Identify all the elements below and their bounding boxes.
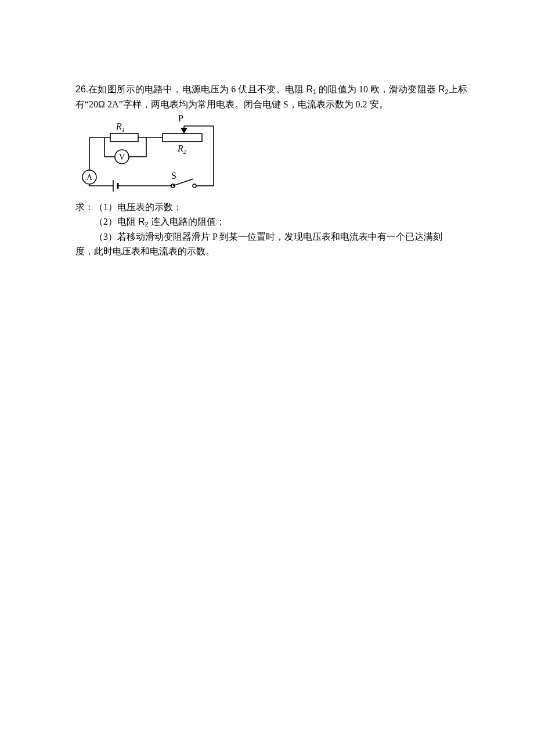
question-2: （2）电阻 R2 连入电路的阻值；: [94, 215, 467, 230]
svg-rect-14: [163, 134, 202, 142]
intro-2: 的阻值为 10 欧，滑动变阻器: [316, 84, 438, 94]
diagram-A: A: [86, 173, 93, 182]
svg-marker-16: [181, 128, 187, 134]
diagram-V: V: [119, 153, 125, 161]
problem-text: 26.在如图所示的电路中，电源电压为 6 伏且不变。电阻 R1 的阻值为 10 …: [75, 82, 467, 112]
q2-before: （2）电阻: [94, 217, 138, 226]
circuit-svg: R1 R2 P S V A: [81, 113, 223, 196]
problem-number: 26.: [75, 84, 88, 94]
q2-R2: R2: [138, 217, 149, 226]
question-1-row: 求： （1）电压表的示数；: [75, 200, 467, 215]
prompt-label: 求：: [75, 200, 94, 215]
question-3-row: 求： （3）若移动滑动变阻器滑片 P 到某一位置时，发现电压表和电流表中有一个已…: [75, 230, 467, 244]
label-R2: R2: [438, 84, 449, 94]
question-2-row: 求： （2）电阻 R2 连入电路的阻值；: [75, 215, 467, 230]
page: 26.在如图所示的电路中，电源电压为 6 伏且不变。电阻 R1 的阻值为 10 …: [0, 0, 534, 756]
label-R1: R1: [306, 84, 316, 94]
intro-1: 在如图所示的电路中，电源电压为 6 伏且不变。电阻: [88, 84, 306, 94]
svg-rect-12: [110, 134, 138, 142]
svg-point-6: [193, 184, 196, 188]
diagram-P: P: [178, 113, 183, 123]
diagram-R2: R2: [177, 143, 187, 155]
circuit-diagram: R1 R2 P S V A: [75, 112, 467, 201]
question-3-tail: 度，此时电压表和电流表的示数。: [75, 244, 467, 259]
question-3: （3）若移动滑动变阻器滑片 P 到某一位置时，发现电压表和电流表中有一个已达满刻: [94, 230, 467, 244]
q2-after: 连入电路的阻值；: [149, 217, 225, 226]
diagram-R1: R1: [116, 121, 125, 133]
diagram-S: S: [171, 171, 176, 181]
question-list: 求： （1）电压表的示数； 求： （2）电阻 R2 连入电路的阻值； 求： （3…: [75, 200, 467, 258]
question-1: （1）电压表的示数；: [94, 200, 467, 215]
